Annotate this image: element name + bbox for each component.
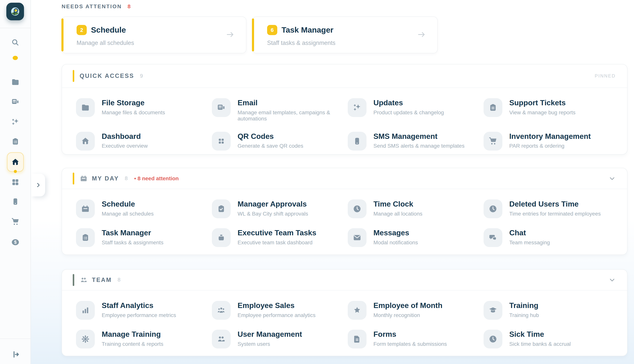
item-title: QR Codes xyxy=(238,132,303,140)
sidebar-item-news[interactable] xyxy=(7,93,24,111)
item-title: Inventory Management xyxy=(509,132,591,140)
item-time-clock[interactable]: Time ClockManage all locations xyxy=(348,200,480,218)
attention-card-schedule[interactable]: 2 Schedule Manage all schedules xyxy=(62,16,246,53)
item-subtitle: Time entries for terminated employees xyxy=(509,211,601,217)
dollar-icon: $ xyxy=(11,238,20,247)
item-subtitle: PAR reports & ordering xyxy=(509,143,591,149)
gear-icon xyxy=(76,330,95,348)
item-updates[interactable]: UpdatesProduct updates & changelog xyxy=(348,98,480,122)
clipboard-list-icon xyxy=(76,228,95,247)
app-logo[interactable] xyxy=(6,3,24,20)
card-title: Schedule xyxy=(91,26,126,34)
item-title: Training xyxy=(509,301,539,310)
sidebar-item-home[interactable] xyxy=(7,152,24,172)
item-manager-approvals[interactable]: Manager ApprovalsWL & Bay City shift app… xyxy=(212,200,344,218)
cart-icon xyxy=(11,217,20,226)
collapse-section-button[interactable] xyxy=(609,175,615,182)
section-accent-bar xyxy=(73,274,74,286)
item-title: Support Tickets xyxy=(509,98,575,107)
item-support-tickets[interactable]: Support TicketsView & manage bug reports xyxy=(483,98,615,122)
item-inventory-management[interactable]: Inventory ManagementPAR reports & orderi… xyxy=(483,132,615,150)
item-title: Sick Time xyxy=(509,330,571,338)
item-subtitle: Training hub xyxy=(509,312,539,318)
item-subtitle: Employee performance analytics xyxy=(238,312,315,318)
sidebar-item-inventory[interactable] xyxy=(7,213,24,230)
item-sick-time[interactable]: Sick TimeSick time banks & accrual xyxy=(483,330,615,348)
item-title: Forms xyxy=(373,330,447,338)
folder-icon xyxy=(11,78,20,86)
grid-icon xyxy=(11,178,20,186)
collapse-section-button[interactable] xyxy=(609,276,615,284)
pinned-label: PINNED xyxy=(595,73,615,79)
item-subtitle: Executive overview xyxy=(102,143,148,149)
section-title: MY DAY xyxy=(92,175,119,182)
item-training[interactable]: TrainingTraining hub xyxy=(483,301,615,320)
item-subtitle: Manage all locations xyxy=(373,211,422,217)
attention-card-task-manager[interactable]: 6 Task Manager Staff tasks & assignments xyxy=(252,16,438,53)
sidebar-item-files[interactable] xyxy=(7,73,24,91)
sidebar-divider-bottom xyxy=(0,338,31,339)
sparkles-icon xyxy=(11,118,20,126)
item-subtitle: Manage all schedules xyxy=(102,211,154,217)
item-task-manager[interactable]: Task ManagerStaff tasks & assignments xyxy=(76,228,208,247)
peoplecore-logo-icon xyxy=(10,6,21,17)
section-title: TEAM xyxy=(92,276,112,284)
sidebar-item-tasks[interactable] xyxy=(7,133,24,150)
item-staff-analytics[interactable]: Staff AnalyticsEmployee performance metr… xyxy=(76,301,208,320)
grad-cap-icon xyxy=(483,301,502,320)
quick-access-header: QUICK ACCESS 9 PINNED xyxy=(62,64,627,88)
news-icon xyxy=(11,98,20,106)
item-title: File Storage xyxy=(102,98,165,107)
sidebar-item-search[interactable] xyxy=(7,34,24,52)
item-sms-management[interactable]: SMS ManagementSend SMS alerts & manage t… xyxy=(348,132,480,150)
item-chat[interactable]: ChatTeam messaging xyxy=(483,228,615,247)
my-day-header: MY DAY 8 • 8 need attention xyxy=(62,168,627,189)
briefcase-icon xyxy=(212,228,231,247)
item-employee-sales[interactable]: Employee SalesEmployee performance analy… xyxy=(212,301,344,320)
users-icon xyxy=(80,276,88,284)
item-forms[interactable]: FormsForm templates & submissions xyxy=(348,330,480,348)
home-icon xyxy=(11,158,20,166)
item-qr-codes[interactable]: QR CodesGenerate & save QR codes xyxy=(212,132,344,150)
sidebar-item-mobile[interactable] xyxy=(7,193,24,210)
my-day-grid: ScheduleManage all schedulesManager Appr… xyxy=(62,189,627,247)
item-deleted-users-time[interactable]: Deleted Users TimeTime entries for termi… xyxy=(483,200,615,218)
item-manage-training[interactable]: Manage TrainingTraining content & report… xyxy=(76,330,208,348)
item-title: Task Manager xyxy=(102,228,164,237)
section-count: 8 xyxy=(118,277,121,283)
item-subtitle: Team messaging xyxy=(509,240,550,246)
item-file-storage[interactable]: File StorageManage files & documents xyxy=(76,98,208,122)
sidebar-item-finance[interactable]: $ xyxy=(7,234,24,251)
item-messages[interactable]: MessagesModal notifications xyxy=(348,228,480,247)
item-email[interactable]: EmailManage email templates, campaigns &… xyxy=(212,98,344,122)
clipboard-icon xyxy=(483,98,502,117)
quick-access-grid: File StorageManage files & documentsEmai… xyxy=(62,88,627,150)
section-accent-bar xyxy=(73,70,74,82)
folder-icon xyxy=(76,98,95,117)
logout-button[interactable] xyxy=(7,346,24,363)
item-title: Employee of Month xyxy=(373,301,442,310)
item-schedule[interactable]: ScheduleManage all schedules xyxy=(76,200,208,218)
team-grid: Staff AnalyticsEmployee performance metr… xyxy=(62,290,627,348)
item-subtitle: Modal notifications xyxy=(373,240,418,246)
chat-icon xyxy=(483,228,502,247)
chevron-down-icon xyxy=(609,175,615,182)
item-subtitle: Manage files & documents xyxy=(102,110,165,116)
sidebar-item-apps[interactable] xyxy=(7,173,24,191)
sidebar-item-updates[interactable] xyxy=(7,113,24,131)
count-badge: 2 xyxy=(77,25,87,35)
cart-icon xyxy=(483,132,502,150)
status-dot-icon xyxy=(13,56,18,60)
my-day-section: MY DAY 8 • 8 need attention ScheduleMana… xyxy=(62,168,627,255)
clipboard-check-icon xyxy=(212,200,231,218)
item-subtitle: View & manage bug reports xyxy=(509,110,575,116)
phone-icon xyxy=(348,132,366,150)
sidebar-expand-button[interactable] xyxy=(31,174,45,196)
item-dashboard[interactable]: DashboardExecutive overview xyxy=(76,132,208,150)
item-employee-of-month[interactable]: Employee of MonthMonthly recognition xyxy=(348,301,480,320)
logout-icon xyxy=(11,350,20,359)
sparkles-icon xyxy=(348,98,366,117)
item-user-management[interactable]: User ManagementSystem users xyxy=(212,330,344,348)
item-executive-team-tasks[interactable]: Executive Team TasksExecutive team task … xyxy=(212,228,344,247)
item-subtitle: Monthly recognition xyxy=(373,312,442,318)
